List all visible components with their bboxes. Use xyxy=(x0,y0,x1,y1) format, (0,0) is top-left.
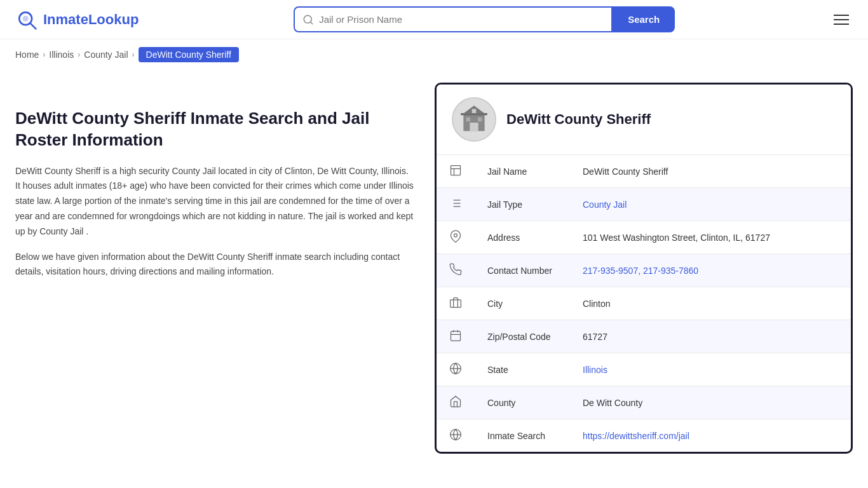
building-icon xyxy=(458,104,490,135)
search-area: Search xyxy=(294,6,675,32)
table-row: CityClinton xyxy=(437,287,851,320)
search-input[interactable] xyxy=(319,8,604,31)
logo-link[interactable]: InmateLookup xyxy=(15,8,139,31)
search-button[interactable]: Search xyxy=(613,6,675,32)
info-value-link[interactable]: 217-935-9507, 217-935-7860 xyxy=(583,266,698,276)
info-value: De Witt County xyxy=(570,386,851,419)
page-title: DeWitt County Sheriff Inmate Search and … xyxy=(15,108,416,151)
site-header: InmateLookup Search xyxy=(0,0,868,39)
card-title: DeWitt County Sheriff xyxy=(506,111,651,128)
web-icon xyxy=(437,419,475,452)
facility-image xyxy=(452,97,496,142)
info-value-link[interactable]: County Jail xyxy=(583,200,627,210)
info-value: Clinton xyxy=(570,287,851,320)
table-row: StateIllinois xyxy=(437,353,851,386)
table-row: Jail NameDeWitt County Sheriff xyxy=(437,155,851,188)
info-label: Jail Type xyxy=(475,188,570,221)
card-header: DeWitt County Sheriff xyxy=(437,85,851,155)
main-content: DeWitt County Sheriff Inmate Search and … xyxy=(0,70,868,479)
search-wrapper xyxy=(294,6,613,32)
phone-icon xyxy=(437,254,475,287)
svg-point-2 xyxy=(23,15,29,21)
logo-text: InmateLookup xyxy=(43,11,139,28)
logo-icon xyxy=(15,8,38,31)
breadcrumb-arrow-2: › xyxy=(78,50,80,59)
city-icon xyxy=(437,287,475,320)
state-icon xyxy=(437,353,475,386)
table-row: Address101 West Washington Street, Clint… xyxy=(437,221,851,254)
hamburger-line-2 xyxy=(834,19,849,20)
info-value: 61727 xyxy=(570,320,851,353)
address-icon xyxy=(437,221,475,254)
zip-icon xyxy=(437,320,475,353)
table-row: Contact Number217-935-9507, 217-935-7860 xyxy=(437,254,851,287)
right-column: DeWitt County Sheriff Jail NameDeWitt Co… xyxy=(435,83,853,454)
hamburger-line-3 xyxy=(834,24,849,25)
page-description-2: Below we have given information about th… xyxy=(15,250,416,280)
county-icon xyxy=(437,386,475,419)
svg-rect-8 xyxy=(466,118,471,122)
type-icon xyxy=(437,188,475,221)
page-description-1: DeWitt County Sheriff is a high security… xyxy=(15,164,416,240)
info-value[interactable]: Illinois xyxy=(570,353,851,386)
info-label: City xyxy=(475,287,570,320)
search-icon xyxy=(302,14,314,25)
svg-rect-23 xyxy=(451,331,461,341)
info-value-link[interactable]: Illinois xyxy=(583,365,607,375)
info-value[interactable]: County Jail xyxy=(570,188,851,221)
info-value: 101 West Washington Street, Clinton, IL,… xyxy=(570,221,851,254)
breadcrumb-arrow-3: › xyxy=(132,50,135,59)
svg-rect-7 xyxy=(470,123,478,131)
info-value: DeWitt County Sheriff xyxy=(570,155,851,188)
breadcrumb-home[interactable]: Home xyxy=(15,50,39,60)
info-value[interactable]: 217-935-9507, 217-935-7860 xyxy=(570,254,851,287)
info-label: Address xyxy=(475,221,570,254)
info-table: Jail NameDeWitt County SheriffJail TypeC… xyxy=(437,155,851,452)
info-value-link[interactable]: https://dewittsheriff.com/jail xyxy=(583,431,689,441)
table-row: Jail TypeCounty Jail xyxy=(437,188,851,221)
hamburger-line-1 xyxy=(834,15,849,16)
svg-rect-9 xyxy=(478,118,482,122)
svg-line-4 xyxy=(311,22,313,24)
svg-point-21 xyxy=(454,234,458,237)
table-row: CountyDe Witt County xyxy=(437,386,851,419)
info-label: State xyxy=(475,353,570,386)
breadcrumb-current: DeWitt County Sheriff xyxy=(139,47,239,62)
svg-rect-22 xyxy=(451,300,461,308)
info-value[interactable]: https://dewittsheriff.com/jail xyxy=(570,419,851,452)
svg-line-1 xyxy=(30,23,36,29)
info-label: County xyxy=(475,386,570,419)
table-row: Zip/Postal Code61727 xyxy=(437,320,851,353)
svg-rect-11 xyxy=(472,109,477,113)
hamburger-button[interactable] xyxy=(830,11,853,29)
info-label: Jail Name xyxy=(475,155,570,188)
info-label: Inmate Search xyxy=(475,419,570,452)
left-column: DeWitt County Sheriff Inmate Search and … xyxy=(15,83,416,454)
breadcrumb: Home › Illinois › County Jail › DeWitt C… xyxy=(0,39,868,70)
breadcrumb-jail-type[interactable]: County Jail xyxy=(84,50,128,60)
jail-icon xyxy=(437,155,475,188)
table-row: Inmate Searchhttps://dewittsheriff.com/j… xyxy=(437,419,851,452)
info-label: Contact Number xyxy=(475,254,570,287)
breadcrumb-state[interactable]: Illinois xyxy=(49,50,74,60)
breadcrumb-arrow-1: › xyxy=(43,50,45,59)
info-card: DeWitt County Sheriff Jail NameDeWitt Co… xyxy=(435,83,853,454)
svg-rect-12 xyxy=(451,166,461,175)
info-label: Zip/Postal Code xyxy=(475,320,570,353)
